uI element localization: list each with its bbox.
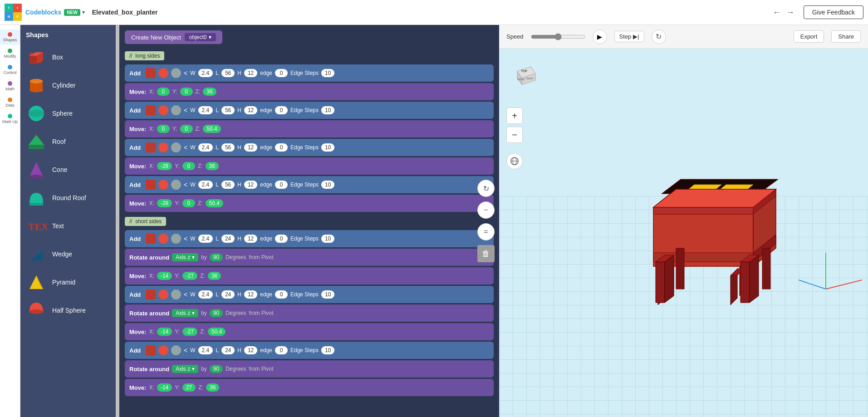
- l-val-6[interactable]: 24: [221, 290, 235, 299]
- shape-item-roof[interactable]: Roof: [20, 128, 116, 156]
- shape-item-cylinder[interactable]: Cylinder: [20, 71, 116, 99]
- comment-long-sides[interactable]: // long sides: [125, 51, 164, 60]
- shape-item-half-sphere[interactable]: Half Sphere: [20, 296, 116, 324]
- sidebar-item-math[interactable]: Math: [0, 78, 20, 94]
- add-row-5[interactable]: Add < W 2.4 L 24 H 12 edge 0 Edge Steps …: [125, 230, 494, 247]
- sidebar-item-shapes[interactable]: Shapes: [0, 29, 20, 45]
- l-val-4[interactable]: 56: [221, 181, 235, 189]
- zoom-in-code-button[interactable]: ↻: [477, 180, 495, 197]
- h-val-3[interactable]: 12: [244, 143, 257, 152]
- l-val-5[interactable]: 24: [221, 235, 235, 243]
- add-row-3[interactable]: Add < W 2.4 L 56 H 12 edge 0 Edge Steps …: [125, 139, 494, 156]
- zoom-out-button[interactable]: −: [506, 127, 523, 143]
- z-val-6[interactable]: 50.4: [208, 328, 226, 336]
- perspective-button[interactable]: [506, 153, 523, 169]
- create-new-object-block[interactable]: Create New Object object0 ▾: [125, 30, 222, 44]
- edge-steps-val-3[interactable]: 10: [321, 143, 334, 152]
- move-row-5[interactable]: Move: X: -14 Y: -27 Z: 36: [125, 267, 494, 285]
- app-name[interactable]: Codeblocks: [25, 9, 61, 16]
- z-val-4[interactable]: 50.4: [206, 199, 223, 207]
- w-val-7[interactable]: 2.4: [198, 346, 213, 354]
- h-val-5[interactable]: 12: [244, 235, 257, 243]
- sidebar-item-markup[interactable]: Mark Up: [0, 111, 20, 127]
- axis-badge-7[interactable]: Axis z ▾: [172, 365, 198, 373]
- l-val-7[interactable]: 24: [221, 346, 235, 354]
- w-val-3[interactable]: 2.4: [198, 143, 213, 152]
- fit-code-button[interactable]: =: [477, 223, 495, 240]
- shape-item-cone[interactable]: Cone: [20, 156, 116, 184]
- w-val-4[interactable]: 2.4: [198, 181, 213, 189]
- axis-badge-6[interactable]: Axis z ▾: [172, 309, 198, 317]
- code-area[interactable]: Create New Object object0 ▾ // long side…: [119, 25, 499, 417]
- edge-steps-val-6[interactable]: 10: [321, 290, 334, 299]
- h-val-4[interactable]: 12: [244, 181, 257, 189]
- edge-steps-val-7[interactable]: 10: [321, 346, 334, 354]
- nav-cube[interactable]: TOP FRONT RIGHT: [508, 58, 544, 94]
- shape-item-text[interactable]: TEXT Text: [20, 212, 116, 240]
- add-row-7[interactable]: Add < W 2.4 L 24 H 12 edge 0 Edge Steps …: [125, 342, 494, 359]
- export-button[interactable]: Export: [794, 30, 824, 43]
- object-name-badge[interactable]: object0 ▾: [185, 33, 216, 41]
- rotate-row-7[interactable]: Rotate around Axis z ▾ by 90 Degrees fro…: [125, 360, 494, 378]
- l-val-1[interactable]: 56: [221, 69, 235, 77]
- undo-arrow-icon[interactable]: ←: [773, 8, 781, 17]
- x-val-1[interactable]: 0: [157, 88, 170, 96]
- x-val-2[interactable]: 0: [157, 125, 170, 133]
- y-val-1[interactable]: 0: [180, 88, 193, 96]
- add-row-4[interactable]: Add < W 2.4 L 56 H 12 edge 0 Edge Steps …: [125, 176, 494, 193]
- rotate-row-5[interactable]: Rotate around Axis z ▾ by 90 Degrees fro…: [125, 249, 494, 266]
- edge-steps-val-1[interactable]: 10: [321, 69, 334, 77]
- shape-item-pyramid[interactable]: Pyramid: [20, 268, 116, 296]
- edge-val-3[interactable]: 0: [275, 143, 288, 152]
- y-val-6[interactable]: -27: [182, 328, 197, 336]
- y-val-2[interactable]: 0: [180, 125, 193, 133]
- shape-item-sphere[interactable]: Sphere: [20, 99, 116, 128]
- edge-val-7[interactable]: 0: [275, 346, 288, 354]
- h-val-6[interactable]: 12: [244, 290, 257, 299]
- move-row-6[interactable]: Move: X: -14 Y: -27 Z: 50.4: [125, 323, 494, 340]
- 3d-view[interactable]: TOP FRONT RIGHT + −: [499, 49, 868, 417]
- y-val-4[interactable]: 0: [182, 199, 195, 207]
- l-val-2[interactable]: 56: [221, 106, 235, 114]
- y-val-7[interactable]: 27: [182, 383, 196, 392]
- reset-button[interactable]: ↻: [652, 29, 666, 44]
- x-val-6[interactable]: -14: [157, 328, 172, 336]
- zoom-out-code-button[interactable]: −: [477, 201, 495, 219]
- w-val-1[interactable]: 2.4: [198, 69, 213, 77]
- redo-arrow-icon[interactable]: →: [786, 8, 794, 17]
- y-val-5[interactable]: -27: [182, 272, 197, 280]
- move-row-1[interactable]: Move: X: 0 Y: 0 Z: 36: [125, 83, 494, 100]
- add-row-2[interactable]: Add < W 2.4 L 56 H 12 edge 0 Edge Steps …: [125, 102, 494, 119]
- edge-steps-val-2[interactable]: 10: [321, 106, 334, 114]
- logo[interactable]: T I N K: [5, 4, 22, 21]
- shape-item-round-roof[interactable]: Round Roof: [20, 184, 116, 212]
- sidebar-item-control[interactable]: Control: [0, 62, 20, 78]
- rotate-row-6[interactable]: Rotate around Axis z ▾ by 90 Degrees fro…: [125, 304, 494, 322]
- degrees-val-5[interactable]: 90: [210, 253, 223, 261]
- h-val-7[interactable]: 12: [244, 346, 257, 354]
- sidebar-item-data[interactable]: Data: [0, 95, 20, 110]
- x-val-4[interactable]: -28: [157, 199, 172, 207]
- comment-short-sides[interactable]: // short sides: [125, 217, 166, 226]
- project-name[interactable]: Elevated_box_planter: [92, 9, 158, 16]
- x-val-3[interactable]: -28: [157, 162, 172, 170]
- chevron-down-icon[interactable]: ▾: [82, 9, 85, 15]
- x-val-5[interactable]: -14: [157, 272, 172, 280]
- delete-button[interactable]: 🗑: [477, 245, 495, 262]
- add-row-1[interactable]: Add < W 2.4 L 56 H 12 edge 0 Edge Steps …: [125, 64, 494, 82]
- shape-item-box[interactable]: Box: [20, 43, 116, 71]
- x-val-7[interactable]: -14: [157, 383, 172, 392]
- resize-handle[interactable]: ⋮: [116, 25, 119, 417]
- h-val-1[interactable]: 12: [244, 69, 257, 77]
- z-val-1[interactable]: 36: [203, 88, 216, 96]
- h-val-2[interactable]: 12: [244, 106, 257, 114]
- step-button[interactable]: Step ▶|: [614, 31, 644, 42]
- edge-val-6[interactable]: 0: [275, 290, 288, 299]
- play-button[interactable]: ▶: [593, 29, 607, 44]
- shape-item-wedge[interactable]: Wedge: [20, 240, 116, 268]
- sidebar-item-modify[interactable]: Modify: [0, 46, 20, 61]
- move-row-7[interactable]: Move: X: -14 Y: 27 Z: 36: [125, 379, 494, 396]
- z-val-7[interactable]: 36: [206, 383, 219, 392]
- l-val-3[interactable]: 56: [221, 143, 235, 152]
- degrees-val-7[interactable]: 90: [210, 365, 223, 373]
